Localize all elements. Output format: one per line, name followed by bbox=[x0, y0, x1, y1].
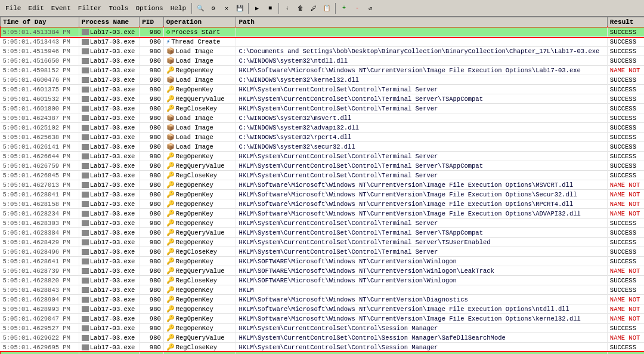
table-row[interactable]: 5:05:01.4626759 PM Lab17-03.exe 980 🔑Reg… bbox=[1, 161, 645, 171]
table-row[interactable]: 5:05:01.4601800 PM Lab17-03.exe 980 🔑Reg… bbox=[1, 104, 645, 113]
table-row[interactable]: 5:05:01.4601375 PM Lab17-03.exe 980 🔑Reg… bbox=[1, 85, 645, 94]
table-row[interactable]: 5:05:01.4601532 PM Lab17-03.exe 980 🔑Reg… bbox=[1, 94, 645, 104]
cell-result: SUCCESS bbox=[607, 171, 644, 180]
table-row[interactable]: 5:05:01.4628303 PM Lab17-03.exe 980 🔑Reg… bbox=[1, 218, 645, 228]
table-row[interactable]: 5:05:01.4513443 PM Lab17-03.exe 980 ⚡Thr… bbox=[1, 37, 645, 47]
toolbar-btn-reset[interactable]: ↺ bbox=[364, 2, 376, 14]
toolbar-btn-exclude[interactable]: - bbox=[351, 2, 363, 14]
cell-op: ⚡Thread Exit bbox=[163, 352, 236, 355]
cell-time: 5:05:01.4628041 PM bbox=[1, 190, 79, 199]
cell-process: Lab17-03.exe bbox=[79, 199, 139, 209]
col-header-path[interactable]: Path bbox=[236, 17, 607, 27]
table-row[interactable]: 5:05:01.4626644 PM Lab17-03.exe 980 🔑Reg… bbox=[1, 152, 645, 161]
proc-icon bbox=[82, 297, 89, 303]
op-icon: 🔑 bbox=[166, 248, 175, 256]
table-row[interactable]: 5:05:01.4626141 PM Lab17-03.exe 980 📦Loa… bbox=[1, 142, 645, 152]
toolbar-btn-stop[interactable]: ■ bbox=[264, 2, 276, 14]
table-row[interactable]: 5:05:01.4628843 PM Lab17-03.exe 980 🔑Reg… bbox=[1, 285, 645, 295]
cell-result: NAME NOT FOUND bbox=[607, 304, 644, 314]
toolbar-btn-clear2[interactable]: 🗑 bbox=[295, 2, 306, 14]
cell-op: 🔑RegOpenKey bbox=[163, 304, 236, 314]
table-row[interactable]: 5:05:01.4628641 PM Lab17-03.exe 980 🔑Reg… bbox=[1, 257, 645, 266]
table-header: Time of Day Process Name PID Operation P… bbox=[1, 17, 645, 27]
col-header-result[interactable]: Result bbox=[607, 17, 644, 27]
toolbar-btn-autoscroll[interactable]: ↓ bbox=[281, 2, 293, 14]
toolbar-btn-filter2[interactable]: ⚙ bbox=[208, 2, 219, 14]
cell-op: 🔑RegCloseKey bbox=[163, 171, 236, 180]
table-row[interactable]: 5:05:01.4600476 PM Lab17-03.exe 980 📦Loa… bbox=[1, 75, 645, 85]
process-monitor-table[interactable]: Time of Day Process Name PID Operation P… bbox=[0, 17, 644, 354]
cell-process: Lab17-03.exe bbox=[79, 56, 139, 66]
cell-pid: 980 bbox=[140, 190, 164, 199]
table-row[interactable]: 5:05:01.4513384 PM Lab17-03.exe 980 ⚙Pro… bbox=[1, 27, 645, 37]
table-row[interactable]: 5:05:01.4629622 PM Lab17-03.exe 980 🔑Reg… bbox=[1, 333, 645, 343]
toolbar-options[interactable]: Options bbox=[132, 4, 166, 13]
cell-process: Lab17-03.exe bbox=[79, 247, 139, 257]
cell-pid: 980 bbox=[140, 75, 164, 85]
toolbar-btn-magnify[interactable]: 🔍 bbox=[194, 2, 206, 14]
cell-result: SUCCESS bbox=[607, 343, 644, 352]
cell-path: HKLM\Software\Microsoft\Windows NT\Curre… bbox=[236, 295, 607, 304]
table-row[interactable]: 5:05:01.4629695 PM Lab17-03.exe 980 🔑Reg… bbox=[1, 343, 645, 352]
toolbar-btn-capture[interactable]: ▶ bbox=[251, 2, 263, 14]
table-row[interactable]: 5:05:01.4627013 PM Lab17-03.exe 980 🔑Reg… bbox=[1, 180, 645, 190]
toolbar-btn-save[interactable]: 💾 bbox=[234, 2, 246, 14]
cell-time: 5:05:01.4624387 PM bbox=[1, 113, 79, 123]
toolbar-file[interactable]: File bbox=[2, 4, 24, 13]
table-row[interactable]: 5:05:01.4628993 PM Lab17-03.exe 980 🔑Reg… bbox=[1, 304, 645, 314]
table-row[interactable]: 5:05:01.4628384 PM Lab17-03.exe 980 🔑Reg… bbox=[1, 228, 645, 238]
table-row[interactable]: 5:05:01.4598152 PM Lab17-03.exe 980 🔑Reg… bbox=[1, 66, 645, 75]
cell-process: Lab17-03.exe bbox=[79, 66, 139, 75]
cell-op: 🔑RegQueryValue bbox=[163, 94, 236, 104]
cell-pid: 980 bbox=[140, 218, 164, 228]
table-row[interactable]: 5:05:01.4628496 PM Lab17-03.exe 980 🔑Reg… bbox=[1, 247, 645, 257]
cell-result: NAME NOT FOUND bbox=[607, 295, 644, 304]
toolbar-edit[interactable]: Edit bbox=[25, 4, 47, 13]
table-row[interactable]: 5:05:01.4625638 PM Lab17-03.exe 980 📦Loa… bbox=[1, 133, 645, 142]
toolbar-btn-include[interactable]: + bbox=[338, 2, 350, 14]
table-row[interactable]: 5:05:01.4628904 PM Lab17-03.exe 980 🔑Reg… bbox=[1, 295, 645, 304]
table-row[interactable]: 5:05:01.4628041 PM Lab17-03.exe 980 🔑Reg… bbox=[1, 190, 645, 199]
cell-path: HKLM\Software\Microsoft\Windows NT\Curre… bbox=[236, 304, 607, 314]
col-header-op[interactable]: Operation bbox=[163, 17, 236, 27]
op-icon: 🔑 bbox=[166, 287, 175, 294]
toolbar-btn-highlight[interactable]: 🖊 bbox=[308, 2, 320, 14]
table-row[interactable]: 5:05:01.4628739 PM Lab17-03.exe 980 🔑Reg… bbox=[1, 266, 645, 276]
toolbar-btn-props[interactable]: 📋 bbox=[321, 2, 333, 14]
table-row[interactable]: 5:05:01.4628429 PM Lab17-03.exe 980 🔑Reg… bbox=[1, 238, 645, 247]
table-row[interactable]: 5:05:01.4629047 PM Lab17-03.exe 980 🔑Reg… bbox=[1, 314, 645, 324]
table-row[interactable]: 5:05:01.4516650 PM Lab17-03.exe 980 📦Loa… bbox=[1, 56, 645, 66]
op-icon: 📦 bbox=[166, 124, 175, 131]
table-row[interactable]: 5:05:01.4628820 PM Lab17-03.exe 980 🔑Reg… bbox=[1, 276, 645, 285]
cell-pid: 980 bbox=[140, 343, 164, 352]
cell-pid: 980 bbox=[140, 352, 164, 355]
toolbar-btn-clear[interactable]: ✕ bbox=[221, 2, 233, 14]
table-row[interactable]: 5:05:01.4625102 PM Lab17-03.exe 980 📦Loa… bbox=[1, 123, 645, 133]
table-row[interactable]: 5:05:01.4628234 PM Lab17-03.exe 980 🔑Reg… bbox=[1, 209, 645, 218]
op-icon: 🔑 bbox=[166, 86, 175, 93]
proc-icon bbox=[82, 278, 89, 284]
table-row[interactable]: 5:05:01.4626845 PM Lab17-03.exe 980 🔑Reg… bbox=[1, 171, 645, 180]
table-row[interactable]: 5:05:01.4633363 PM Lab17-03.exe 980 ⚡Thr… bbox=[1, 352, 645, 355]
op-icon: 🔑 bbox=[166, 325, 175, 332]
cell-pid: 980 bbox=[140, 228, 164, 238]
table-row[interactable]: 5:05:01.4629527 PM Lab17-03.exe 980 🔑Reg… bbox=[1, 324, 645, 333]
table-row[interactable]: 5:05:01.4515946 PM Lab17-03.exe 980 📦Loa… bbox=[1, 47, 645, 56]
proc-icon bbox=[82, 115, 89, 121]
toolbar: File Edit Event Filter Tools Options Hel… bbox=[0, 0, 644, 17]
col-header-process[interactable]: Process Name bbox=[79, 17, 139, 27]
table-row[interactable]: 5:05:01.4624387 PM Lab17-03.exe 980 📦Loa… bbox=[1, 113, 645, 123]
table-row[interactable]: 5:05:01.4628158 PM Lab17-03.exe 980 🔑Reg… bbox=[1, 199, 645, 209]
toolbar-event[interactable]: Event bbox=[48, 4, 74, 13]
cell-process: Lab17-03.exe bbox=[79, 152, 139, 161]
col-header-pid[interactable]: PID bbox=[140, 17, 164, 27]
toolbar-help[interactable]: Help bbox=[168, 4, 189, 13]
toolbar-filter[interactable]: Filter bbox=[75, 4, 105, 13]
cell-op: 🔑RegOpenKey bbox=[163, 257, 236, 266]
col-header-time[interactable]: Time of Day bbox=[1, 17, 79, 27]
cell-process: Lab17-03.exe bbox=[79, 314, 139, 324]
cell-op: 🔑RegCloseKey bbox=[163, 247, 236, 257]
toolbar-tools[interactable]: Tools bbox=[106, 4, 131, 13]
cell-process: Lab17-03.exe bbox=[79, 218, 139, 228]
cell-process: Lab17-03.exe bbox=[79, 228, 139, 238]
